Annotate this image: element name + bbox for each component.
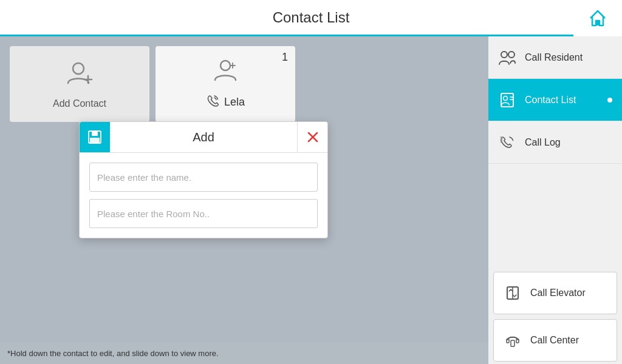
call-elevator-icon [504, 285, 522, 302]
dialog-title: Add [110, 130, 297, 144]
close-button[interactable] [297, 122, 327, 152]
main-layout: Add Contact 1 [0, 36, 622, 364]
sidebar-item-call-elevator[interactable]: Call Elevator [493, 272, 617, 314]
svg-point-4 [220, 61, 230, 70]
sidebar: Call Resident Contact List [488, 36, 622, 364]
sidebar-call-elevator-label: Call Elevator [530, 288, 586, 298]
contact-list-icon [498, 92, 516, 109]
name-input[interactable] [89, 163, 318, 192]
call-log-icon [498, 134, 516, 151]
contact-card-lela[interactable]: 1 [156, 46, 295, 122]
footer-hint: *Hold down the contact to edit, and slid… [0, 342, 488, 364]
sidebar-contact-list-label: Contact List [525, 95, 576, 106]
page-title: Contact List [273, 9, 350, 26]
svg-point-1 [73, 63, 84, 74]
add-dialog-header: Add [80, 122, 327, 153]
save-button[interactable] [80, 122, 110, 152]
footer-hint-text: *Hold down the contact to edit, and slid… [7, 349, 219, 358]
svg-rect-0 [596, 21, 600, 25]
svg-rect-9 [90, 138, 100, 143]
sidebar-item-call-log[interactable]: Call Log [488, 121, 622, 164]
sidebar-spacer [488, 164, 622, 269]
svg-rect-20 [511, 340, 514, 346]
add-dialog-body [80, 153, 327, 238]
svg-rect-8 [92, 131, 98, 136]
header: Contact List [0, 0, 622, 36]
sidebar-item-call-resident[interactable]: Call Resident [488, 36, 622, 79]
add-contact-icon [65, 59, 94, 93]
add-dialog: Add [79, 121, 328, 238]
content-area: Add Contact 1 [0, 36, 488, 364]
add-contact-label: Add Contact [53, 98, 106, 109]
sidebar-call-log-label: Call Log [525, 137, 561, 148]
svg-point-15 [504, 96, 508, 100]
call-center-icon [504, 332, 522, 349]
svg-point-12 [501, 52, 507, 58]
call-icon [206, 93, 220, 111]
sidebar-item-call-center[interactable]: Call Center [493, 319, 617, 362]
contact-name: Lela [224, 96, 245, 109]
home-button[interactable] [573, 0, 622, 36]
sidebar-item-contact-list[interactable]: Contact List [488, 79, 622, 121]
contact-grid: Add Contact 1 [0, 36, 488, 132]
add-contact-card[interactable]: Add Contact [10, 46, 149, 122]
call-resident-icon [498, 50, 516, 66]
contact-count-badge: 1 [282, 51, 288, 64]
svg-point-13 [508, 52, 514, 58]
room-input[interactable] [89, 199, 318, 228]
active-indicator [607, 98, 612, 103]
sidebar-call-center-label: Call Center [530, 335, 579, 346]
sidebar-call-resident-label: Call Resident [525, 52, 583, 63]
contact-person-icon [212, 57, 239, 89]
contact-call-row: Lela [206, 93, 245, 111]
